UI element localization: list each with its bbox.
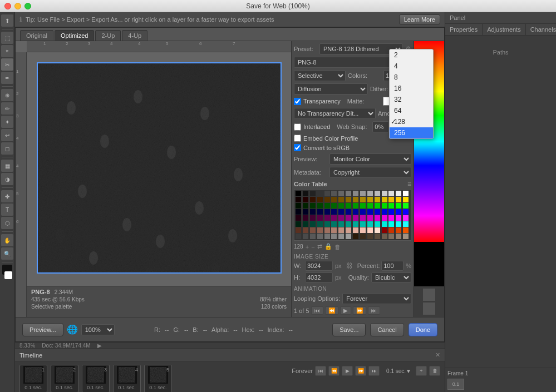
timeline-frame-2[interactable]: 2 0.1 sec. <box>51 365 78 392</box>
color-cell-35[interactable] <box>317 203 323 209</box>
color-cell-60[interactable] <box>382 209 387 215</box>
tl-end-button[interactable]: ⏭ <box>368 366 380 376</box>
timeline-frame-1[interactable]: 1 0.1 sec. <box>19 365 47 392</box>
crop-tool[interactable]: ✂ <box>1 58 13 71</box>
color-cell-7[interactable] <box>346 191 351 196</box>
history-tool[interactable]: ↩ <box>1 129 13 141</box>
color-cell-61[interactable] <box>388 209 394 215</box>
browser-icon[interactable]: 🌐 <box>67 324 78 335</box>
color-cell-59[interactable] <box>375 209 380 215</box>
maximize-button[interactable] <box>24 3 31 9</box>
color-cell-113[interactable] <box>303 234 308 239</box>
color-cell-0[interactable] <box>296 191 301 196</box>
color-add-icon[interactable]: + <box>306 244 309 250</box>
color-cell-100[interactable] <box>324 227 330 233</box>
convert-srgb-checkbox[interactable] <box>294 144 301 151</box>
color-cell-94[interactable] <box>396 221 401 227</box>
frame-nav-2[interactable] <box>423 302 435 315</box>
color-cell-80[interactable] <box>296 221 301 227</box>
dock-tab-adjustments[interactable]: Adjustments <box>483 24 526 35</box>
color-cell-26[interactable] <box>367 197 373 202</box>
color-cell-39[interactable] <box>346 203 351 209</box>
color-cell-124[interactable] <box>382 234 387 239</box>
dodge-tool[interactable]: ◑ <box>1 173 13 185</box>
gradient-tool[interactable]: ▦ <box>1 160 13 172</box>
color-cell-111[interactable] <box>403 227 409 233</box>
color-cell-40[interactable] <box>353 203 358 209</box>
color-cell-28[interactable] <box>382 197 387 202</box>
dropdown-item-32[interactable]: 32 <box>390 94 433 105</box>
color-cell-84[interactable] <box>324 221 330 227</box>
color-cell-23[interactable] <box>346 197 351 202</box>
save-button[interactable]: Save... <box>332 323 366 336</box>
zoom-select[interactable]: 100% <box>81 324 115 335</box>
color-cell-87[interactable] <box>346 221 351 227</box>
color-cell-46[interactable] <box>396 203 401 209</box>
color-cell-121[interactable] <box>360 234 366 239</box>
color-cell-11[interactable] <box>375 191 380 196</box>
hand-tool[interactable]: ✋ <box>1 234 13 246</box>
background-color[interactable] <box>4 271 12 279</box>
preview-select[interactable]: Monitor Color <box>329 153 411 165</box>
color-cell-37[interactable] <box>331 203 337 209</box>
color-cell-76[interactable] <box>382 215 387 221</box>
color-cell-66[interactable] <box>310 215 316 221</box>
color-cell-47[interactable] <box>403 203 409 209</box>
color-cell-36[interactable] <box>324 203 330 209</box>
color-cell-75[interactable] <box>375 215 380 221</box>
color-delete-icon[interactable]: 🗑 <box>334 244 341 250</box>
color-cell-65[interactable] <box>303 215 308 221</box>
color-cell-53[interactable] <box>331 209 337 215</box>
anim-play-button[interactable]: ▶ <box>340 306 351 315</box>
color-cell-34[interactable] <box>310 203 316 209</box>
color-cell-48[interactable] <box>296 209 301 215</box>
color-shift-icon[interactable]: ⇄ <box>317 243 322 250</box>
color-cell-24[interactable] <box>353 197 358 202</box>
color-cell-68[interactable] <box>324 215 330 221</box>
dropdown-item-8[interactable]: 8 <box>390 72 433 83</box>
color-cell-70[interactable] <box>338 215 344 221</box>
anim-first-button[interactable]: ⏮ <box>311 306 323 315</box>
websnap-input[interactable] <box>372 121 389 132</box>
color-cell-57[interactable] <box>360 209 366 215</box>
preview-button[interactable]: Preview... <box>22 323 63 336</box>
frame-delay-input[interactable]: 0.1 <box>447 379 464 390</box>
color-cell-25[interactable] <box>360 197 366 202</box>
dropdown-item-4[interactable]: 4 <box>390 61 433 72</box>
color-cell-97[interactable] <box>303 227 308 233</box>
dropdown-item-16[interactable]: 16 <box>390 83 433 94</box>
color-cell-119[interactable] <box>346 234 351 239</box>
tab-optimized[interactable]: Optimized <box>55 30 95 41</box>
color-cell-16[interactable] <box>296 197 301 202</box>
tl-stepfwd-button[interactable]: ⏩ <box>355 366 366 376</box>
color-cell-108[interactable] <box>382 227 387 233</box>
color-cell-54[interactable] <box>338 209 344 215</box>
color-remove-icon[interactable]: − <box>311 244 314 250</box>
color-cell-93[interactable] <box>388 221 394 227</box>
learn-more-button[interactable]: Learn More <box>399 14 440 24</box>
tl-add-frame-button[interactable]: + <box>416 366 427 376</box>
color-cell-104[interactable] <box>353 227 358 233</box>
color-cell-8[interactable] <box>353 191 358 196</box>
color-cell-71[interactable] <box>346 215 351 221</box>
color-cell-5[interactable] <box>331 191 337 196</box>
color-cell-82[interactable] <box>310 221 316 227</box>
color-cell-62[interactable] <box>396 209 401 215</box>
minimize-button[interactable] <box>14 3 21 9</box>
color-cell-12[interactable] <box>382 191 387 196</box>
dock-tab-channels[interactable]: Channels <box>526 24 556 35</box>
brush-tool[interactable]: ✏ <box>1 102 13 115</box>
color-table-menu-icon[interactable]: ≡ <box>407 180 411 188</box>
color-cell-45[interactable] <box>388 203 394 209</box>
color-cell-73[interactable] <box>360 215 366 221</box>
color-cell-14[interactable] <box>396 191 401 196</box>
color-cell-118[interactable] <box>338 234 344 239</box>
color-cell-83[interactable] <box>317 221 323 227</box>
color-cell-91[interactable] <box>375 221 380 227</box>
path-tool[interactable]: ✤ <box>1 190 13 202</box>
color-cell-96[interactable] <box>296 227 301 233</box>
color-cell-56[interactable] <box>353 209 358 215</box>
transparency-checkbox[interactable] <box>294 98 301 105</box>
tl-delete-frame-button[interactable]: 🗑 <box>429 366 440 376</box>
color-cell-109[interactable] <box>388 227 394 233</box>
